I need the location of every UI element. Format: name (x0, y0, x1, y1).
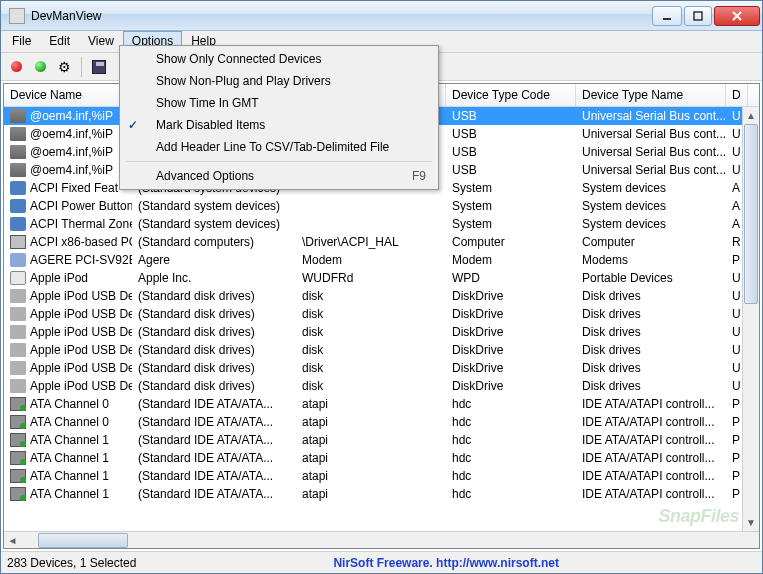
disk-icon (10, 325, 26, 339)
hdc-icon (10, 469, 26, 483)
table-row[interactable]: Apple iPodApple Inc.WUDFRdWPDPortable De… (4, 269, 759, 287)
cell-device-name: @oem4.inf,%iP (4, 144, 132, 160)
green-dot-icon (35, 61, 46, 72)
cell-type-name: IDE ATA/ATAPI controll... (576, 414, 726, 430)
table-row[interactable]: Apple iPod USB Device(Standard disk driv… (4, 377, 759, 395)
col-d[interactable]: D (726, 84, 748, 106)
table-row[interactable]: ATA Channel 0(Standard IDE ATA/ATA...ata… (4, 395, 759, 413)
usb-icon (10, 127, 26, 141)
cell-manufacturer: (Standard IDE ATA/ATA... (132, 450, 296, 466)
hdc-icon (10, 451, 26, 465)
cell-device-name: Apple iPod USB Device (4, 288, 132, 304)
device-name-text: @oem4.inf,%iP (30, 145, 113, 159)
menu-advanced-options[interactable]: Advanced Options F9 (150, 165, 436, 187)
device-name-text: @oem4.inf,%iP (30, 109, 113, 123)
cell-type-name: Universal Serial Bus cont... (576, 162, 726, 178)
cell-service (296, 205, 446, 207)
table-row[interactable]: ATA Channel 1(Standard IDE ATA/ATA...ata… (4, 431, 759, 449)
menu-show-only-connected[interactable]: Show Only Connected Devices (150, 48, 436, 70)
disk-icon (10, 361, 26, 375)
cell-type-code: hdc (446, 414, 576, 430)
minimize-button[interactable] (652, 6, 682, 26)
cell-type-code: hdc (446, 396, 576, 412)
scroll-track[interactable] (743, 124, 759, 514)
hdc-icon (10, 415, 26, 429)
menu-add-header-csv[interactable]: Add Header Line To CSV/Tab-Delimited Fil… (150, 136, 436, 158)
table-row[interactable]: Apple iPod USB Device(Standard disk driv… (4, 341, 759, 359)
cell-manufacturer: Apple Inc. (132, 270, 296, 286)
close-button[interactable] (714, 6, 760, 26)
table-row[interactable]: ATA Channel 1(Standard IDE ATA/ATA...ata… (4, 449, 759, 467)
cell-service (296, 223, 446, 225)
window-title: DevManView (31, 9, 652, 23)
table-row[interactable]: Apple iPod USB Device(Standard disk driv… (4, 305, 759, 323)
scroll-thumb-h[interactable] (38, 533, 128, 548)
menu-edit[interactable]: Edit (40, 31, 79, 52)
table-row[interactable]: Apple iPod USB Device(Standard disk driv… (4, 287, 759, 305)
cell-service: atapi (296, 450, 446, 466)
menu-show-non-pnp[interactable]: Show Non-Plug and Play Drivers (150, 70, 436, 92)
cell-service: atapi (296, 486, 446, 502)
horizontal-scrollbar[interactable]: ◄ (4, 531, 759, 548)
col-device-type-name[interactable]: Device Type Name (576, 84, 726, 106)
cell-type-name: System devices (576, 216, 726, 232)
cell-type-code: DiskDrive (446, 306, 576, 322)
table-row[interactable]: Apple iPod USB Device(Standard disk driv… (4, 323, 759, 341)
scroll-thumb[interactable] (744, 124, 758, 304)
cell-device-name: @oem4.inf,%iP (4, 126, 132, 142)
properties-button[interactable]: ⚙ (55, 58, 73, 76)
maximize-button[interactable] (684, 6, 712, 26)
cell-service: atapi (296, 396, 446, 412)
table-row[interactable]: ACPI Thermal Zone(Standard system device… (4, 215, 759, 233)
cell-manufacturer: (Standard IDE ATA/ATA... (132, 396, 296, 412)
cell-device-name: ATA Channel 1 (4, 450, 132, 466)
menu-mark-disabled[interactable]: ✓ Mark Disabled Items (150, 114, 436, 136)
menu-view[interactable]: View (79, 31, 123, 52)
scroll-down-arrow[interactable]: ▼ (743, 514, 759, 531)
scroll-left-arrow[interactable]: ◄ (4, 532, 21, 549)
cell-service: WUDFRd (296, 270, 446, 286)
cell-type-name: Disk drives (576, 324, 726, 340)
svg-rect-1 (694, 12, 702, 20)
table-row[interactable]: ATA Channel 1(Standard IDE ATA/ATA...ata… (4, 485, 759, 503)
titlebar: DevManView (1, 1, 762, 31)
disable-device-button[interactable] (7, 58, 25, 76)
minimize-icon (662, 11, 672, 21)
red-dot-icon (11, 61, 22, 72)
device-name-text: Apple iPod USB Device (30, 325, 132, 339)
sys-icon (10, 181, 26, 195)
table-row[interactable]: ATA Channel 0(Standard IDE ATA/ATA...ata… (4, 413, 759, 431)
table-row[interactable]: Apple iPod USB Device(Standard disk driv… (4, 359, 759, 377)
device-name-text: Apple iPod (30, 271, 88, 285)
cell-type-name: Computer (576, 234, 726, 250)
vertical-scrollbar[interactable]: ▲ ▼ (742, 107, 759, 531)
device-name-text: ATA Channel 1 (30, 433, 109, 447)
cell-device-name: @oem4.inf,%iP (4, 108, 132, 124)
table-row[interactable]: ACPI Power Button(Standard system device… (4, 197, 759, 215)
col-device-name[interactable]: Device Name (4, 84, 132, 106)
cell-type-name: IDE ATA/ATAPI controll... (576, 468, 726, 484)
cell-type-code: USB (446, 108, 576, 124)
enable-device-button[interactable] (31, 58, 49, 76)
menu-file[interactable]: File (3, 31, 40, 52)
cell-manufacturer: Agere (132, 252, 296, 268)
cell-device-name: Apple iPod (4, 270, 132, 286)
scroll-up-arrow[interactable]: ▲ (743, 107, 759, 124)
sys-icon (10, 217, 26, 231)
col-device-type-code[interactable]: Device Type Code (446, 84, 576, 106)
menu-show-time-gmt[interactable]: Show Time In GMT (150, 92, 436, 114)
table-row[interactable]: ATA Channel 1(Standard IDE ATA/ATA...ata… (4, 467, 759, 485)
hdc-icon (10, 397, 26, 411)
cell-device-name: ATA Channel 1 (4, 486, 132, 502)
cell-type-code: USB (446, 144, 576, 160)
cell-type-name: Universal Serial Bus cont... (576, 108, 726, 124)
cell-service: disk (296, 342, 446, 358)
save-button[interactable] (90, 58, 108, 76)
table-row[interactable]: AGERE PCI-SV92EX So...AgereModemModemMod… (4, 251, 759, 269)
cell-service: disk (296, 288, 446, 304)
cell-type-name: IDE ATA/ATAPI controll... (576, 450, 726, 466)
disk-icon (10, 343, 26, 357)
table-row[interactable]: ACPI x86-based PC(Standard computers)\Dr… (4, 233, 759, 251)
cell-service: atapi (296, 432, 446, 448)
status-link[interactable]: NirSoft Freeware. http://www.nirsoft.net (136, 556, 756, 570)
